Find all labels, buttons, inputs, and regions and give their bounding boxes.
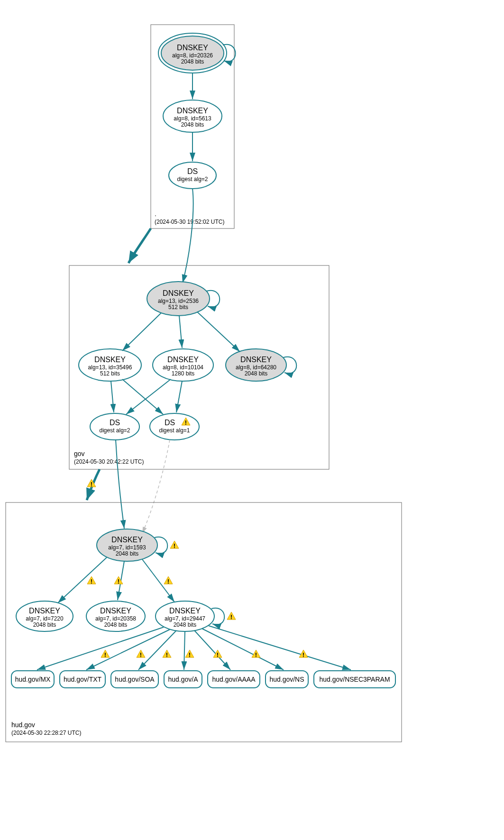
zone-root-label: . <box>155 210 156 218</box>
svg-text:DNSKEY: DNSKEY <box>94 356 126 364</box>
node-gov-ds-digest1: DS digest alg=1 <box>150 413 199 440</box>
warning-icon <box>164 576 173 585</box>
edge-2536-to-64280 <box>197 312 240 352</box>
node-dnskey-7220: DNSKEY alg=7, id=7220 2048 bits <box>16 601 73 631</box>
svg-text:DNSKEY: DNSKEY <box>100 607 131 615</box>
edge-ds-to-gov-ksk <box>183 189 193 283</box>
svg-text:hud.gov/NS: hud.gov/NS <box>269 676 304 683</box>
svg-text:DNSKEY: DNSKEY <box>29 607 60 615</box>
svg-text:alg=13, id=2536: alg=13, id=2536 <box>158 298 199 304</box>
record-a: hud.gov/A <box>164 671 202 688</box>
svg-text:digest alg=2: digest alg=2 <box>177 176 208 183</box>
svg-text:DNSKEY: DNSKEY <box>163 289 194 297</box>
svg-text:DS: DS <box>110 419 120 427</box>
edge-2536-to-35496 <box>122 313 161 351</box>
node-dnskey-2536: DNSKEY alg=13, id=2536 512 bits <box>147 282 210 316</box>
edge-govds2-to-hudksk <box>116 440 124 529</box>
svg-text:alg=8, id=5613: alg=8, id=5613 <box>174 115 211 122</box>
svg-text:DNSKEY: DNSKEY <box>169 607 201 615</box>
edge-29447-to-soa <box>138 630 176 670</box>
svg-text:2048 bits: 2048 bits <box>116 550 139 557</box>
record-mx: hud.gov/MX <box>11 671 54 688</box>
node-dnskey-20326: DNSKEY alg=8, id=20326 2048 bits <box>158 33 227 73</box>
svg-text:alg=8, id=10104: alg=8, id=10104 <box>163 364 203 371</box>
node-dnskey-29447: DNSKEY alg=7, id=29447 2048 bits <box>156 601 214 631</box>
svg-text:alg=13, id=35496: alg=13, id=35496 <box>88 364 132 371</box>
warning-icon <box>185 650 194 658</box>
svg-text:2048 bits: 2048 bits <box>174 621 197 628</box>
warning-icon <box>213 650 222 658</box>
record-txt: hud.gov/TXT <box>60 671 105 688</box>
zone-root-timestamp: (2024-05-30 19:52:02 UTC) <box>155 219 224 225</box>
svg-text:2048 bits: 2048 bits <box>245 370 268 377</box>
node-dnskey-35496: DNSKEY alg=13, id=35496 512 bits <box>79 349 141 381</box>
warning-icon <box>87 576 96 585</box>
edge-2536-to-10104 <box>179 316 182 348</box>
svg-text:alg=7, id=29447: alg=7, id=29447 <box>165 615 205 622</box>
svg-text:2048 bits: 2048 bits <box>33 621 56 628</box>
dnssec-diagram: ! . (2024-05-30 19:52:02 UTC) DNSKEY alg… <box>0 0 504 840</box>
warning-icon <box>170 541 179 549</box>
svg-text:digest alg=2: digest alg=2 <box>99 427 130 434</box>
warning-icon <box>137 650 145 658</box>
svg-text:digest alg=1: digest alg=1 <box>159 427 190 434</box>
record-aaaa: hud.gov/AAAA <box>208 671 260 688</box>
svg-text:hud.gov/SOA: hud.gov/SOA <box>115 676 155 683</box>
edge-1593-to-7220 <box>58 557 107 603</box>
svg-text:DNSKEY: DNSKEY <box>240 356 272 364</box>
svg-text:2048 bits: 2048 bits <box>181 121 204 128</box>
edge-29447-to-aaaa <box>194 630 230 670</box>
record-ns: hud.gov/NS <box>266 671 308 688</box>
svg-text:2048 bits: 2048 bits <box>104 621 128 628</box>
edge-29447-to-ns <box>202 629 284 670</box>
record-nsec3param: hud.gov/NSEC3PARAM <box>314 671 395 688</box>
svg-text:hud.gov/A: hud.gov/A <box>168 676 198 683</box>
edge-35496-to-ds2 <box>111 381 114 412</box>
node-dnskey-10104: DNSKEY alg=8, id=10104 1280 bits <box>153 349 213 381</box>
svg-text:alg=7, id=7220: alg=7, id=7220 <box>26 615 64 622</box>
node-dnskey-20358: DNSKEY alg=7, id=20358 2048 bits <box>86 601 145 631</box>
svg-text:DS: DS <box>187 167 198 175</box>
svg-text:alg=8, id=64280: alg=8, id=64280 <box>236 364 276 371</box>
edge-delegation-root-to-gov <box>128 228 151 263</box>
zone-hudgov-timestamp: (2024-05-30 22:28:27 UTC) <box>11 730 81 736</box>
node-dnskey-5613: DNSKEY alg=8, id=5613 2048 bits <box>163 100 222 132</box>
svg-text:512 bits: 512 bits <box>100 370 120 377</box>
node-title: DNSKEY <box>177 44 208 52</box>
zone-gov-label: gov <box>74 450 85 457</box>
svg-text:alg=7, id=20358: alg=7, id=20358 <box>95 615 136 622</box>
record-soa: hud.gov/SOA <box>111 671 158 688</box>
svg-text:DNSKEY: DNSKEY <box>167 356 199 364</box>
svg-text:hud.gov/NSEC3PARAM: hud.gov/NSEC3PARAM <box>319 676 390 683</box>
svg-text:hud.gov/MX: hud.gov/MX <box>15 676 51 683</box>
node-root-ds-digest2: DS digest alg=2 <box>169 162 216 189</box>
node-dnskey-1593: DNSKEY alg=7, id=1593 2048 bits <box>97 529 157 561</box>
warning-icon <box>163 650 171 658</box>
svg-text:DNSKEY: DNSKEY <box>177 107 208 115</box>
edge-35496-to-ds1 <box>122 379 163 414</box>
warning-icon <box>227 612 236 621</box>
zone-gov-timestamp: (2024-05-30 20:42:22 UTC) <box>74 458 144 465</box>
node-line1: alg=8, id=20326 <box>172 52 213 59</box>
edge-29447-to-a <box>184 631 185 670</box>
svg-text:alg=7, id=1593: alg=7, id=1593 <box>108 544 146 551</box>
warning-icon <box>101 650 110 658</box>
edge-10104-to-ds1 <box>176 381 182 412</box>
svg-text:1280 bits: 1280 bits <box>172 370 195 377</box>
svg-text:512 bits: 512 bits <box>168 304 188 310</box>
node-gov-ds-digest2: DS digest alg=2 <box>90 413 139 440</box>
svg-text:DNSKEY: DNSKEY <box>111 536 143 544</box>
edge-govds1-to-hudksk <box>142 440 170 533</box>
svg-text:DS: DS <box>165 419 175 427</box>
svg-text:hud.gov/AAAA: hud.gov/AAAA <box>212 676 256 683</box>
node-dnskey-64280: DNSKEY alg=8, id=64280 2048 bits <box>226 349 286 381</box>
svg-text:hud.gov/TXT: hud.gov/TXT <box>64 676 102 683</box>
zone-hudgov-label: hud.gov <box>11 721 35 729</box>
edge-29447-to-nsec3param <box>209 626 351 670</box>
node-line2: 2048 bits <box>181 58 204 65</box>
edge-10104-to-ds2 <box>126 379 171 414</box>
